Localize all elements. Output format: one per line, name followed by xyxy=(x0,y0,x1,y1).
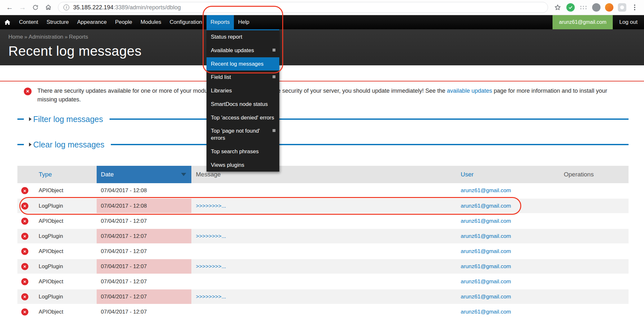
user-link[interactable]: arunz61@gmail.com xyxy=(461,203,511,209)
operations-cell xyxy=(561,213,629,229)
toolbar-item-configuration[interactable]: Configuration xyxy=(165,15,206,29)
extension-orange-icon[interactable] xyxy=(605,3,613,12)
menu-item-field-list[interactable]: Field list xyxy=(207,71,279,84)
menu-item-top-search-phrases[interactable]: Top search phrases xyxy=(207,145,279,158)
user-link[interactable]: arunz61@gmail.com xyxy=(461,294,511,300)
user-link[interactable]: arunz61@gmail.com xyxy=(461,233,511,239)
error-severity-icon: × xyxy=(21,233,28,240)
date-cell: 07/04/2017 - 12:08 xyxy=(97,198,191,213)
user-link[interactable]: arunz61@gmail.com xyxy=(461,187,511,193)
extension-check-icon[interactable] xyxy=(566,3,575,12)
back-button[interactable]: ← xyxy=(4,2,15,13)
address-bar[interactable]: i 35.185.222.194:3389/admin/reports/dblo… xyxy=(58,2,548,13)
logout-button[interactable]: Log out xyxy=(613,15,644,29)
date-cell: 07/04/2017 - 12:07 xyxy=(97,244,191,259)
refresh-button[interactable] xyxy=(30,2,41,13)
user-link[interactable]: arunz61@gmail.com xyxy=(461,278,511,285)
browser-chrome: ← → i 35.185.222.194:3389/admin/reports/… xyxy=(0,0,644,15)
error-severity-icon: × xyxy=(21,248,28,255)
type-cell: APIObject xyxy=(32,213,97,229)
toolbar-home-icon[interactable] xyxy=(0,15,15,29)
operations-cell xyxy=(561,183,629,198)
clear-log-messages-legend[interactable]: Clear log messages xyxy=(33,140,104,149)
menu-item-views-plugins[interactable]: Views plugins xyxy=(207,158,279,172)
message-link[interactable]: >>>>>>>>... xyxy=(196,233,226,239)
forward-button[interactable]: → xyxy=(17,2,28,13)
type-cell: LogPlugin xyxy=(32,259,97,274)
menu-item-label: Top 'access denied' errors xyxy=(211,115,274,121)
log-table: Type Date Message User Operations ×APIOb… xyxy=(17,166,629,320)
toolbar-item-modules[interactable]: Modules xyxy=(136,15,165,29)
breadcrumb-separator: » xyxy=(24,34,27,40)
menu-item-available-updates[interactable]: Available updates xyxy=(207,44,279,57)
toolbar-item-reports[interactable]: ReportsStatus reportAvailable updatesRec… xyxy=(207,15,234,29)
type-sort-link[interactable]: Type xyxy=(39,171,52,178)
fieldset-dash xyxy=(17,144,24,145)
extension-light-icon[interactable] xyxy=(618,3,626,12)
available-updates-link[interactable]: available updates xyxy=(447,88,492,94)
admin-menu-items: ContentStructureAppearancePeopleModulesC… xyxy=(15,15,254,29)
user-link[interactable]: arunz61@gmail.com xyxy=(461,263,511,269)
menu-item-top-page-not-found-errors[interactable]: Top 'page not found' errors xyxy=(207,124,279,145)
toolbar-item-structure[interactable]: Structure xyxy=(43,15,73,29)
toolbar-item-label: People xyxy=(115,19,132,25)
browser-menu-icon[interactable] xyxy=(629,2,640,13)
column-header-user[interactable]: User xyxy=(457,166,561,183)
message-link[interactable]: >>>>>>>>... xyxy=(196,203,226,209)
filter-log-messages-legend[interactable]: Filter log messages xyxy=(33,115,103,124)
message-link[interactable]: >>>>>>>>... xyxy=(196,294,226,300)
type-cell: APIObject xyxy=(32,183,97,198)
severity-cell: × xyxy=(17,213,32,229)
operations-cell xyxy=(561,274,629,289)
menu-item-top-access-denied-errors[interactable]: Top 'access denied' errors xyxy=(207,111,279,125)
submenu-indicator-icon xyxy=(273,49,275,52)
toolbar-item-appearance[interactable]: Appearance xyxy=(73,15,111,29)
menu-item-label: Top search phrases xyxy=(211,148,259,155)
bookmark-star-icon[interactable] xyxy=(552,2,563,13)
breadcrumb-link-administration[interactable]: Administration xyxy=(29,34,63,40)
date-cell: 07/04/2017 - 12:07 xyxy=(97,229,191,244)
column-header-date[interactable]: Date xyxy=(97,166,191,183)
toolbar-item-people[interactable]: People xyxy=(111,15,136,29)
column-header-type[interactable]: Type xyxy=(32,166,97,183)
user-sort-link[interactable]: User xyxy=(461,171,474,178)
menu-item-recent-log-messages[interactable]: Recent log messages xyxy=(207,57,279,71)
toolbar-item-help[interactable]: Help xyxy=(234,15,254,29)
toolbar-item-content[interactable]: Content xyxy=(15,15,43,29)
submenu-indicator-icon xyxy=(273,129,275,132)
date-sort-link[interactable]: Date xyxy=(101,171,114,178)
date-cell: 07/04/2017 - 12:07 xyxy=(97,289,191,304)
severity-cell: × xyxy=(17,229,32,244)
error-severity-icon: × xyxy=(21,218,28,225)
extension-dots-icon[interactable] xyxy=(579,3,588,12)
extension-gray-icon[interactable] xyxy=(592,3,601,12)
type-cell: LogPlugin xyxy=(32,289,97,304)
status-message: × There are security updates available f… xyxy=(0,81,644,110)
menu-item-status-report[interactable]: Status report xyxy=(207,30,279,44)
user-cell: arunz61@gmail.com xyxy=(457,259,561,274)
menu-item-label: Available updates xyxy=(211,47,254,53)
operations-cell xyxy=(561,289,629,304)
error-severity-icon: × xyxy=(21,263,28,270)
breadcrumb-separator: » xyxy=(65,34,68,40)
error-severity-icon: × xyxy=(21,308,28,315)
page-info-icon[interactable]: i xyxy=(63,5,69,10)
message-cell: >>>>>>>>... xyxy=(191,198,457,213)
breadcrumb-link-reports[interactable]: Reports xyxy=(69,34,88,40)
severity-cell: × xyxy=(17,289,32,304)
date-cell: 07/04/2017 - 12:07 xyxy=(97,274,191,289)
date-cell: 07/04/2017 - 12:07 xyxy=(97,304,191,319)
user-link[interactable]: arunz61@gmail.com xyxy=(461,248,511,254)
user-account-badge[interactable]: arunz61@gmail.com xyxy=(553,15,613,29)
submenu-indicator-icon xyxy=(273,75,275,78)
menu-item-smartdocs-node-status[interactable]: SmartDocs node status xyxy=(207,98,279,111)
home-button[interactable] xyxy=(43,2,54,13)
user-link[interactable]: arunz61@gmail.com xyxy=(461,218,511,224)
breadcrumb-link-home[interactable]: Home xyxy=(8,34,23,40)
message-link[interactable]: >>>>>>>>... xyxy=(196,263,226,269)
user-link[interactable]: arunz61@gmail.com xyxy=(461,309,511,315)
menu-item-label: Libraries xyxy=(211,88,232,94)
severity-cell: × xyxy=(17,304,32,319)
menu-item-libraries[interactable]: Libraries xyxy=(207,84,279,98)
toolbar-item-label: Content xyxy=(19,19,38,25)
